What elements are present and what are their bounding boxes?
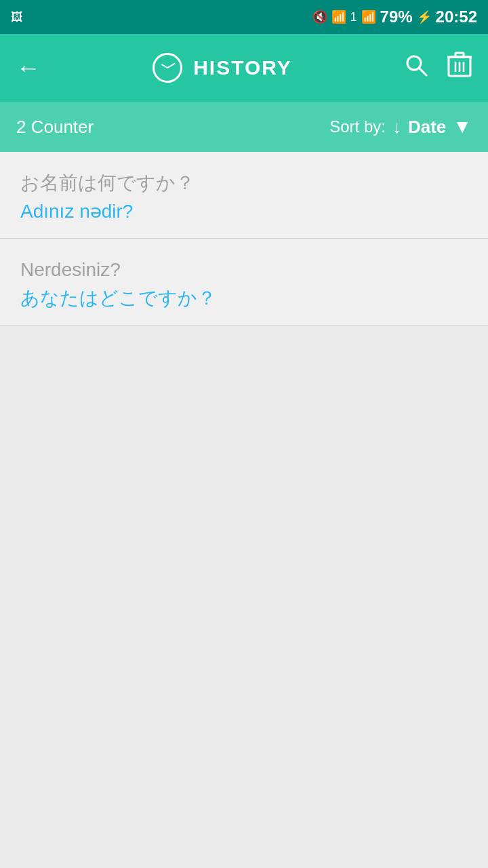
battery-label: 79% [380,7,413,26]
filter-bar: 2 Counter Sort by: ↓ Date ▼ [0,102,488,152]
sort-value: Date [408,117,446,138]
history-empty-area [0,326,488,868]
time-label: 20:52 [436,7,477,26]
clock-minute-hand [167,63,176,68]
counter-label: 2 Counter [16,117,329,138]
image-icon: 🖼 [11,10,23,24]
signal-icon: 📶 [361,9,376,24]
history-item-2[interactable]: Nerdesiniz? あなたはどこですか？ [0,239,488,326]
wifi-icon: 📶 [331,9,346,24]
status-bar-right: 🔇 📶 1 📶 79% ⚡ 20:52 [312,7,477,26]
app-bar-title-group: HISTORY [54,53,390,83]
back-button[interactable]: ← [16,54,41,82]
delete-button[interactable] [447,52,472,84]
sort-group[interactable]: Sort by: ↓ Date ▼ [329,116,472,138]
app-bar: ← HISTORY [0,34,488,102]
svg-rect-4 [455,53,464,57]
svg-line-1 [420,68,426,75]
history-item-1-source: お名前は何ですか？ [20,171,468,195]
history-item-2-source: Nerdesiniz? [20,258,468,282]
mute-icon: 🔇 [312,9,327,24]
battery-icon: ⚡ [417,9,432,24]
sort-direction-icon: ↓ [392,117,401,138]
history-item-1[interactable]: お名前は何ですか？ Adınız nədir? [0,152,488,239]
sort-dropdown-icon[interactable]: ▼ [453,116,472,138]
page-title: HISTORY [193,56,292,79]
sim-icon: 1 [350,10,357,24]
back-icon: ← [16,54,41,82]
search-button[interactable] [404,53,428,83]
history-item-2-translation: あなたはどこですか？ [20,286,468,311]
status-bar-left: 🖼 [11,10,23,24]
clock-icon [152,53,182,83]
app-bar-actions [404,52,472,84]
status-bar: 🖼 🔇 📶 1 📶 79% ⚡ 20:52 [0,0,488,34]
history-item-1-translation: Adınız nədir? [20,199,468,224]
history-list: お名前は何ですか？ Adınız nədir? Nerdesiniz? あなたは… [0,152,488,326]
sort-by-label: Sort by: [329,117,386,136]
